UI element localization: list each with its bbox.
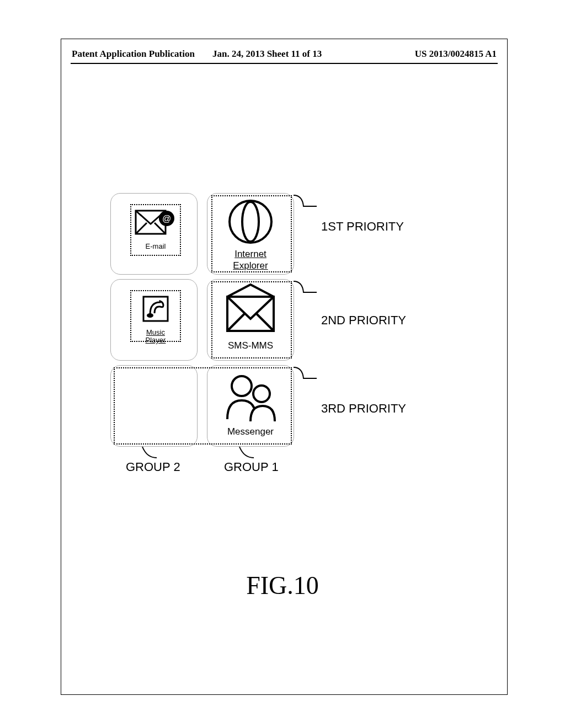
header-date-sheet: Jan. 24, 2013 Sheet 11 of 13 bbox=[195, 49, 415, 60]
svg-point-6 bbox=[147, 313, 153, 318]
header-rule bbox=[71, 63, 498, 64]
ie-label-line1: Internet bbox=[221, 249, 280, 260]
envelope-icon bbox=[218, 282, 282, 338]
browser-icon bbox=[221, 199, 280, 246]
messenger-label: Messenger bbox=[220, 427, 281, 437]
ie-label-line2: Explorer bbox=[221, 261, 280, 271]
label-group1: GROUP 1 bbox=[224, 460, 279, 474]
svg-point-9 bbox=[232, 376, 252, 396]
sms-label: SMS-MMS bbox=[218, 341, 282, 351]
svg-point-10 bbox=[253, 386, 270, 402]
header-publication: Patent Application Publication bbox=[72, 49, 195, 60]
label-3rd-priority: 3RD PRIORITY bbox=[321, 402, 406, 416]
people-icon bbox=[220, 371, 281, 424]
music-player-app: Music Player bbox=[138, 295, 173, 345]
leader-row3 bbox=[292, 366, 320, 392]
email-icon: @ bbox=[135, 207, 177, 239]
email-app: @ E-mail bbox=[135, 207, 177, 250]
email-label: E-mail bbox=[135, 243, 177, 250]
music-icon bbox=[138, 295, 173, 325]
svg-marker-7 bbox=[227, 285, 274, 297]
sms-mms-app: SMS-MMS bbox=[218, 282, 282, 351]
messenger-app: Messenger bbox=[220, 371, 281, 437]
music-label: Music Player bbox=[138, 329, 173, 345]
paren-group2 bbox=[141, 446, 163, 459]
internet-explorer-app: Internet Explorer bbox=[221, 199, 280, 271]
header-pubnumber: US 2013/0024815 A1 bbox=[415, 49, 497, 60]
label-group2: GROUP 2 bbox=[126, 460, 180, 474]
label-1st-priority: 1ST PRIORITY bbox=[321, 220, 404, 234]
label-2nd-priority: 2ND PRIORITY bbox=[321, 313, 406, 328]
figure-caption: FIG.10 bbox=[0, 571, 565, 600]
leader-row2 bbox=[292, 280, 320, 306]
paren-group1 bbox=[238, 446, 260, 459]
svg-text:@: @ bbox=[162, 214, 171, 223]
svg-point-4 bbox=[242, 202, 259, 242]
leader-row1 bbox=[292, 194, 320, 220]
page-header: Patent Application Publication Jan. 24, … bbox=[72, 49, 497, 60]
